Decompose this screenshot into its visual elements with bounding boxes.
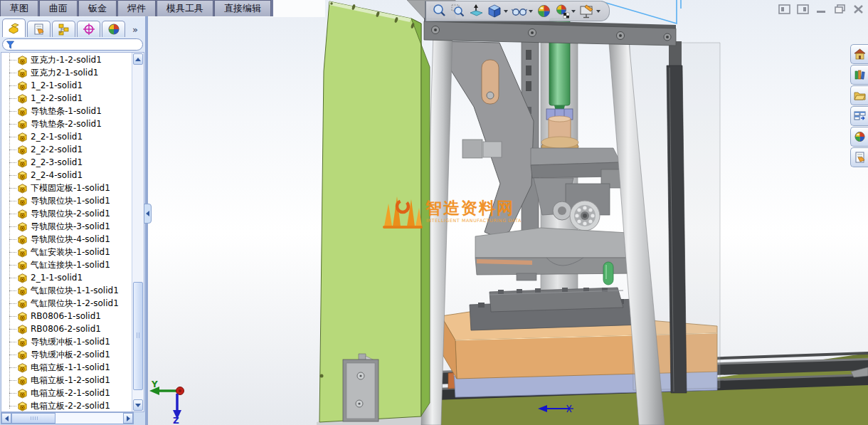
tree-item-solid-body[interactable]: 导轨垫条-2-solid1 (1, 117, 132, 130)
apply-scene-button[interactable] (536, 3, 552, 19)
solid-body-icon (17, 55, 28, 65)
view-settings-button[interactable] (554, 3, 576, 19)
tree-item-solid-body[interactable]: 导轨限位块-2-solid1 (1, 207, 132, 220)
tree-item-solid-body[interactable]: 亚克力2-1-solid1 (1, 66, 132, 79)
view-orientation-button[interactable] (487, 3, 509, 19)
file-explorer-button[interactable] (850, 85, 868, 105)
appearances-scenes-button[interactable] (850, 127, 868, 147)
custom-properties-button[interactable] (850, 147, 868, 167)
featuremanager-tree-tab[interactable] (2, 19, 26, 37)
solid-body-icon (17, 273, 28, 283)
solid-body-icon (17, 157, 28, 168)
tree-item-solid-body[interactable]: 气缸限位块-1-2-solid1 (1, 297, 132, 310)
tree-item-solid-body[interactable]: RB0806-2-solid1 (1, 322, 132, 335)
manager-overflow-chevron[interactable]: » (132, 24, 143, 37)
ribbon-tab[interactable]: 模具工具 (157, 0, 213, 16)
hinge-bracket[interactable] (343, 354, 379, 421)
scroll-down-button[interactable] (133, 399, 143, 411)
tree-item-solid-body[interactable]: 导轨垫条-1-solid1 (1, 105, 132, 117)
tree-filter-input[interactable] (18, 40, 139, 50)
tree-item-solid-body[interactable]: 气缸安装块-1-solid1 (1, 246, 132, 258)
dimxpertmanager-tab[interactable] (77, 21, 100, 37)
ribbon-tab[interactable]: 直接编辑 (214, 0, 271, 16)
zoom-to-fit-button[interactable] (431, 3, 448, 19)
restore-button[interactable] (833, 4, 846, 14)
tree-item-solid-body[interactable]: 1_2-2-solid1 (1, 92, 132, 105)
lower-die-plates[interactable] (470, 288, 643, 330)
displaymanager-icon (107, 23, 120, 36)
solid-body-icon (17, 183, 28, 194)
ribbon-tab[interactable]: 曲面 (39, 0, 78, 16)
tree-item-solid-body[interactable]: 气缸限位块-1-1-solid1 (1, 284, 132, 297)
solid-body-icon (17, 324, 28, 335)
minimize-button[interactable] (815, 4, 827, 14)
tree-item-solid-body[interactable]: 导轨限位块-3-solid1 (1, 220, 132, 233)
edit-scene-icon (579, 4, 595, 19)
tree-item-solid-body[interactable]: 2_2-1-solid1 (1, 130, 132, 143)
solid-body-icon (17, 106, 28, 117)
panel-collapse-handle[interactable] (144, 204, 152, 224)
tree-item-solid-body[interactable]: 电箱立板-2-1-solid1 (1, 387, 132, 399)
tree-item-solid-body[interactable]: 导轨限位块-4-solid1 (1, 233, 132, 246)
scroll-right-button[interactable] (123, 413, 133, 424)
tree-filter-box[interactable] (2, 38, 143, 51)
feature-tree-area: 亚克力-1-2-solid1 亚克力2-1-solid1 (1, 52, 144, 412)
viewport-3d[interactable]: 智造资料网 INTELLIGENT MANUFACTURING DATA Y (145, 0, 868, 425)
scroll-thumb[interactable] (133, 282, 143, 390)
appearances-ball-icon (854, 131, 866, 142)
tree-item-solid-body[interactable]: 导轨限位块-1-solid1 (1, 194, 132, 207)
displaymanager-tab[interactable] (102, 21, 125, 37)
configurationmanager-icon (58, 23, 70, 36)
ribbon-tab[interactable]: 草图 (0, 0, 38, 16)
tree-item-solid-body[interactable]: 2_2-4-solid1 (1, 169, 132, 182)
solid-body-icon (17, 285, 28, 296)
watermark-title: 智造资料网 (425, 199, 514, 217)
propertymanager-icon (33, 23, 46, 36)
tree-item-solid-body[interactable]: 2_2-3-solid1 (1, 156, 132, 169)
solid-body-icon (17, 221, 28, 232)
scroll-up-button[interactable] (133, 53, 143, 65)
feature-tree: 亚克力-1-2-solid1 亚克力2-1-solid1 (1, 53, 132, 411)
zoom-to-area-button[interactable] (450, 3, 466, 19)
custom-properties-icon (854, 152, 866, 163)
ribbon-tab[interactable]: 焊件 (117, 0, 156, 16)
view-triad: Y Z (149, 379, 184, 425)
collapse-left-pane-button[interactable] (778, 4, 790, 14)
dropdown-arrow-icon (529, 10, 533, 13)
tree-vertical-scrollbar[interactable] (132, 53, 144, 411)
ribbon-tab[interactable]: 钣金 (78, 0, 117, 16)
ribbon-tab-bar: 草图 曲面 钣金 焊件 模具工具 直接编辑 (0, 0, 273, 16)
tree-item-solid-body[interactable]: 下模固定板-1-solid1 (1, 182, 132, 194)
edit-scene-button[interactable] (578, 3, 601, 19)
design-library-button[interactable] (850, 65, 868, 85)
tree-item-solid-body[interactable]: 导轨缓冲板-2-solid1 (1, 348, 132, 361)
tree-item-solid-body[interactable]: 2_2-2-solid1 (1, 143, 132, 156)
view-palette-button[interactable] (850, 106, 868, 126)
configurationmanager-tab[interactable] (52, 21, 75, 37)
horizontal-scroll-thumb[interactable] (11, 413, 55, 424)
scroll-left-button[interactable] (1, 413, 11, 424)
tree-item-solid-body[interactable]: 1_2-1-solid1 (1, 79, 132, 92)
filter-funnel-icon (6, 41, 14, 49)
tree-horizontal-scrollbar[interactable] (1, 412, 134, 424)
tree-item-solid-body[interactable]: 导轨缓冲板-1-solid1 (1, 335, 132, 348)
display-style-button[interactable] (511, 4, 534, 19)
tree-item-solid-body[interactable]: 2_1-1-solid1 (1, 271, 132, 284)
green-side-panel[interactable] (319, 1, 430, 422)
propertymanager-tab[interactable] (27, 21, 51, 37)
collapse-right-pane-button[interactable] (796, 4, 809, 14)
tree-item-solid-body[interactable]: 电箱立板-1-1-solid1 (1, 361, 132, 374)
tree-item-solid-body[interactable]: 亚克力-1-2-solid1 (1, 53, 132, 66)
close-button[interactable] (852, 4, 864, 14)
section-view-button[interactable] (468, 3, 485, 19)
tree-item-solid-body[interactable]: RB0806-1-solid1 (1, 310, 132, 322)
tree-item-solid-body[interactable]: 气缸连接块-1-solid1 (1, 258, 132, 271)
solid-body-icon (17, 209, 28, 219)
tree-item-solid-body[interactable]: 电箱立板-2-2-solid1 (1, 399, 132, 411)
solid-body-icon (17, 350, 28, 360)
view-settings-ball-icon (555, 4, 570, 19)
dropdown-arrow-icon (504, 10, 508, 13)
tree-item-solid-body[interactable]: 电箱立板-1-2-solid1 (1, 374, 132, 387)
solidworks-resources-button[interactable] (850, 44, 868, 64)
machine-assembly-render: 智造资料网 INTELLIGENT MANUFACTURING DATA Y (145, 0, 868, 425)
